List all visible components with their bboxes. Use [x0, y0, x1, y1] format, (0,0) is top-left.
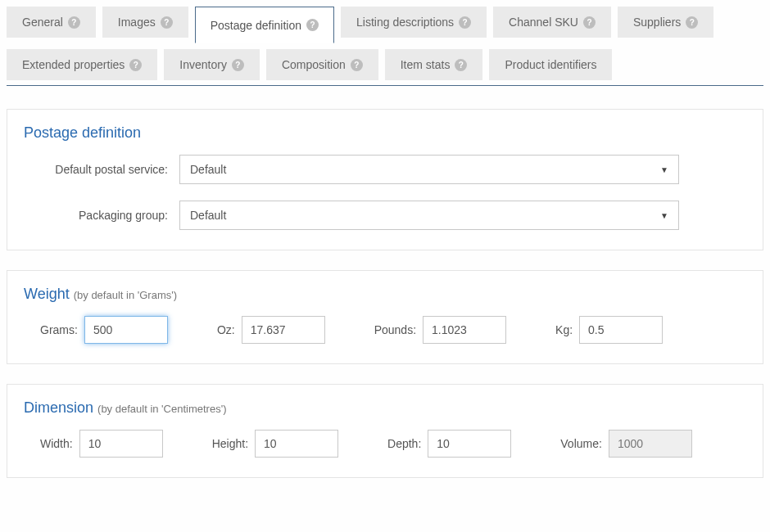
postal-service-value: Default [190, 163, 226, 176]
volume-input [609, 430, 692, 458]
tab-suppliers[interactable]: Suppliers? [618, 7, 713, 38]
tab-postage-definition[interactable]: Postage definition? [195, 7, 334, 43]
panel-title-weight: Weight (by default in 'Grams') [24, 286, 746, 303]
pounds-input[interactable] [423, 316, 506, 344]
tab-bar: General? Images? Postage definition? Lis… [7, 7, 763, 86]
help-icon[interactable]: ? [161, 16, 173, 29]
tab-images[interactable]: Images? [102, 7, 188, 38]
help-icon[interactable]: ? [68, 16, 80, 29]
kg-input[interactable] [579, 316, 663, 344]
grams-label: Grams: [40, 323, 78, 336]
packaging-group-select[interactable]: Default ▼ [179, 201, 679, 230]
tab-general[interactable]: General? [7, 7, 96, 38]
packaging-group-label: Packaging group: [24, 209, 179, 222]
tab-channel-sku[interactable]: Channel SKU? [493, 7, 611, 38]
chevron-down-icon: ▼ [660, 211, 668, 220]
help-icon[interactable]: ? [459, 16, 471, 29]
depth-input[interactable] [428, 430, 511, 458]
postal-service-label: Default postal service: [24, 163, 179, 176]
tab-listing-descriptions[interactable]: Listing descriptions? [341, 7, 487, 38]
oz-label: Oz: [217, 323, 235, 336]
chevron-down-icon: ▼ [660, 165, 668, 174]
tab-inventory[interactable]: Inventory? [164, 49, 260, 80]
tab-item-stats[interactable]: Item stats? [385, 49, 483, 80]
help-icon[interactable]: ? [583, 16, 596, 29]
width-label: Width: [40, 437, 73, 450]
tab-product-identifiers[interactable]: Product identifiers [489, 49, 612, 80]
help-icon[interactable]: ? [306, 19, 319, 31]
tab-composition[interactable]: Composition? [266, 49, 378, 80]
dimension-panel: Dimension (by default in 'Centimetres') … [7, 384, 763, 478]
postage-definition-panel: Postage definition Default postal servic… [7, 109, 763, 250]
packaging-group-value: Default [190, 209, 226, 222]
volume-label: Volume: [560, 437, 602, 450]
panel-title-dimension: Dimension (by default in 'Centimetres') [24, 399, 746, 417]
tab-extended-properties[interactable]: Extended properties? [7, 49, 157, 80]
kg-label: Kg: [555, 323, 573, 336]
help-icon[interactable]: ? [129, 59, 142, 71]
height-input[interactable] [255, 430, 338, 458]
height-label: Height: [212, 437, 248, 450]
help-icon[interactable]: ? [351, 59, 363, 71]
weight-panel: Weight (by default in 'Grams') Grams: Oz… [7, 270, 763, 364]
width-input[interactable] [79, 430, 163, 458]
help-icon[interactable]: ? [232, 59, 244, 71]
panel-title-postage: Postage definition [24, 124, 746, 142]
depth-label: Depth: [387, 437, 421, 450]
help-icon[interactable]: ? [455, 59, 467, 71]
help-icon[interactable]: ? [686, 16, 698, 29]
grams-input[interactable] [84, 316, 168, 344]
pounds-label: Pounds: [374, 323, 416, 336]
postal-service-select[interactable]: Default ▼ [179, 155, 679, 184]
weight-hint: (by default in 'Grams') [74, 289, 177, 301]
dimension-hint: (by default in 'Centimetres') [97, 403, 226, 415]
oz-input[interactable] [242, 316, 325, 344]
